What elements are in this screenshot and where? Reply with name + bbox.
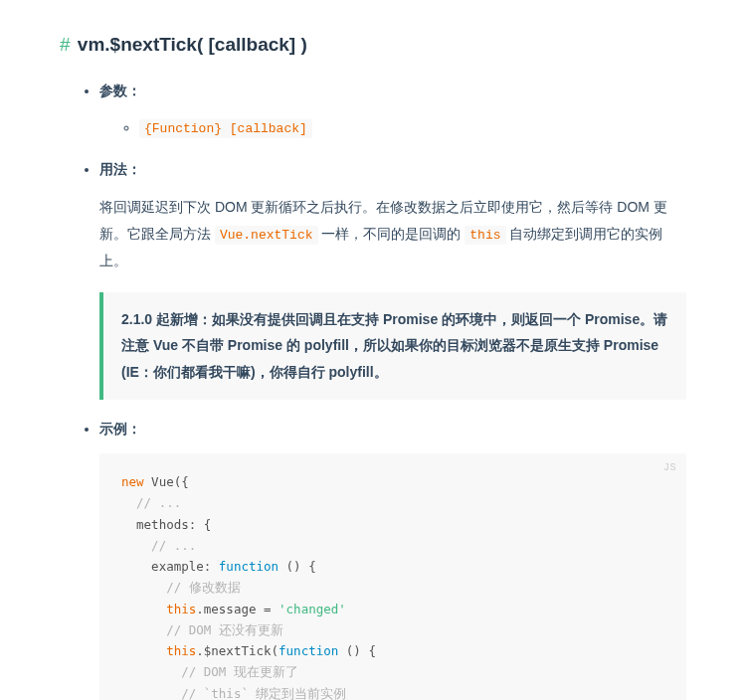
params-label: 参数： (99, 83, 141, 98)
api-detail-list: 参数： {Function} [callback] 用法： 将回调延迟到下次 D… (60, 80, 686, 700)
usage-tip: 2.1.0 起新增：如果没有提供回调且在支持 Promise 的环境中，则返回一… (99, 292, 686, 400)
heading-anchor[interactable]: # (60, 34, 71, 55)
code-content: new Vue({ // ... methods: { // ... examp… (121, 471, 664, 700)
section-usage: 用法： 将回调延迟到下次 DOM 更新循环之后执行。在修改数据之后立即使用它，然… (99, 158, 686, 400)
usage-code-1: Vue.nextTick (215, 226, 318, 245)
heading-title: vm.$nextTick( [callback] ) (78, 34, 307, 55)
code-language-badge: JS (663, 459, 676, 476)
api-heading: # vm.$nextTick( [callback] ) (60, 30, 686, 60)
param-item: {Function} [callback] (139, 116, 686, 140)
usage-description: 将回调延迟到下次 DOM 更新循环之后执行。在修改数据之后立即使用它，然后等待 … (99, 194, 686, 274)
section-params: 参数： {Function} [callback] (99, 80, 686, 139)
usage-code-2: this (465, 226, 505, 245)
usage-label: 用法： (99, 161, 141, 177)
usage-text-2: 一样，不同的是回调的 (318, 226, 466, 242)
example-code-block: JS new Vue({ // ... methods: { // ... ex… (99, 453, 686, 700)
section-example: 示例： JS new Vue({ // ... methods: { // ..… (99, 418, 686, 700)
example-label: 示例： (99, 421, 141, 437)
params-list: {Function} [callback] (99, 116, 686, 140)
param-type-code: {Function} [callback] (139, 119, 312, 138)
